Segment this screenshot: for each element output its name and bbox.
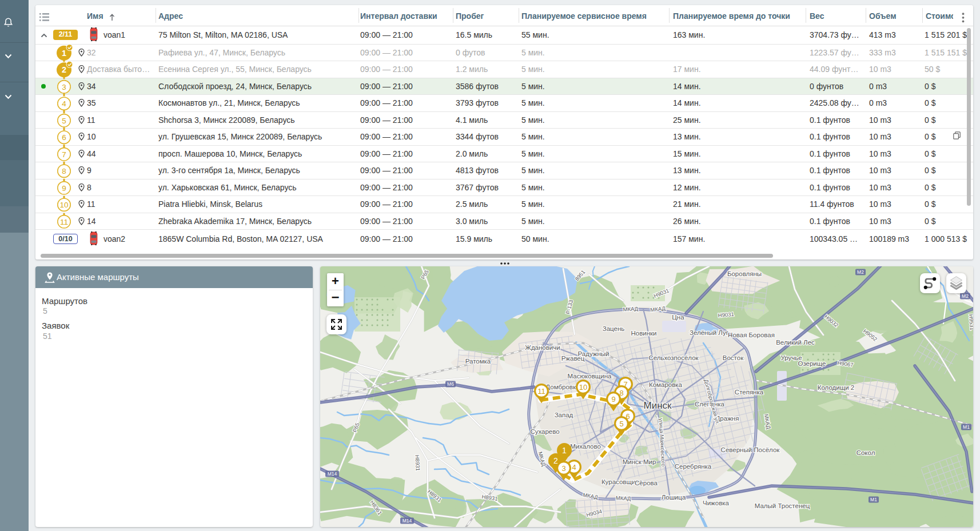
svg-text:Комаровка: Комаровка [649, 381, 683, 388]
svg-text:Зелёный Луг: Зелёный Луг [690, 329, 728, 336]
svg-text:M1: M1 [963, 424, 970, 430]
svg-text:МКАД: МКАД [616, 494, 632, 501]
svg-text:2: 2 [62, 65, 66, 74]
svg-text:Н8931: Н8931 [414, 455, 421, 472]
svg-text:M2: M2 [962, 293, 969, 299]
svg-text:Чижовка: Чижовка [703, 500, 730, 506]
svg-text:M2: M2 [857, 269, 864, 275]
svg-text:Малый Тростенец: Малый Тростенец [755, 502, 810, 509]
svg-text:M14: M14 [403, 518, 412, 524]
svg-text:Лошица: Лошица [662, 494, 686, 501]
svg-text:Серебрянка: Серебрянка [675, 463, 712, 470]
svg-text:9: 9 [62, 183, 66, 192]
svg-text:Сельхозпосёлок: Сельхозпосёлок [648, 354, 699, 361]
svg-text:2: 2 [553, 456, 558, 465]
svg-text:M1: M1 [870, 497, 877, 502]
svg-text:3: 3 [561, 464, 565, 473]
svg-text:8: 8 [62, 167, 66, 175]
svg-text:Домбровка: Домбровка [545, 384, 580, 390]
svg-text:Степянка: Степянка [735, 389, 764, 396]
svg-text:11: 11 [60, 217, 68, 226]
svg-text:1: 1 [62, 48, 66, 57]
svg-text:М6: М6 [447, 381, 454, 387]
svg-text:Зацень: Зацень [603, 325, 625, 332]
svg-text:Северный Посёлок: Северный Посёлок [721, 446, 780, 453]
svg-text:3: 3 [62, 82, 66, 91]
svg-text:Серова: Серова [635, 480, 658, 486]
svg-text:Боровляны: Боровляны [727, 270, 762, 277]
svg-text:Сухарево: Сухарево [530, 428, 559, 435]
svg-text:6: 6 [62, 133, 66, 142]
svg-text:4: 4 [572, 463, 576, 472]
svg-text:Озерище: Озерище [798, 360, 826, 367]
svg-text:Колодищи 2: Колодищи 2 [818, 384, 854, 391]
svg-text:M14: M14 [328, 471, 337, 477]
svg-text:Запад: Запад [555, 412, 573, 418]
svg-text:Ждановичи: Ждановичи [525, 344, 560, 351]
svg-text:Уручье: Уручье [780, 354, 802, 361]
svg-text:Цна: Цна [672, 314, 684, 321]
svg-text:Масюковщина: Масюковщина [568, 373, 612, 380]
svg-text:9: 9 [611, 395, 615, 404]
svg-text:Новая Боровая: Новая Боровая [728, 332, 775, 338]
svg-text:5: 5 [619, 420, 623, 428]
svg-text:Новинки: Новинки [631, 330, 656, 337]
svg-text:1: 1 [562, 446, 567, 455]
svg-text:Минск: Минск [644, 400, 672, 411]
svg-text:Великий Лес: Великий Лес [776, 339, 815, 346]
svg-text:МКАД: МКАД [623, 305, 639, 312]
svg-text:5: 5 [62, 116, 66, 125]
svg-text:7: 7 [62, 150, 66, 158]
svg-text:Ратомка: Ратомка [465, 358, 491, 365]
svg-text:10: 10 [59, 201, 68, 209]
svg-text:Восток: Восток [723, 354, 744, 361]
svg-text:11: 11 [537, 387, 545, 396]
svg-text:Ржавец: Ржавец [561, 355, 585, 362]
svg-text:Сокол: Сокол [856, 449, 875, 456]
svg-text:Михалово: Михалово [570, 443, 601, 450]
svg-text:4: 4 [62, 99, 66, 108]
svg-text:Минск Мир: Минск Мир [623, 458, 656, 465]
svg-text:10: 10 [579, 383, 587, 392]
